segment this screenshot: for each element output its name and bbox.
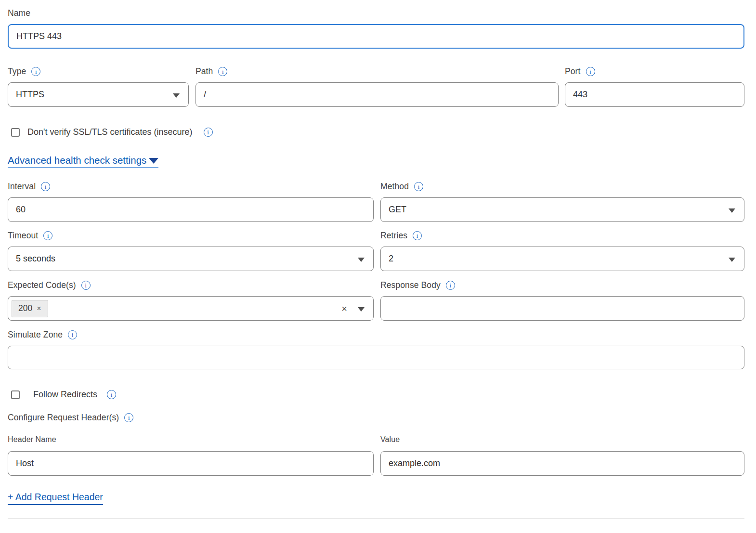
path-label: Path [196,66,213,77]
interval-label: Interval [8,182,36,192]
timeout-select-value: 5 seconds [16,254,55,264]
timeout-select[interactable]: 5 seconds [8,247,374,271]
response-body-label: Response Body [380,280,441,290]
type-label: Type [8,66,26,77]
port-input[interactable] [565,82,744,107]
request-header-row [8,451,744,476]
path-input[interactable] [196,82,559,107]
chevron-down-icon[interactable] [358,307,365,312]
verify-ssl-info-icon[interactable] [204,128,213,137]
port-info-icon[interactable] [586,67,595,76]
header-value-label: Value [380,435,400,444]
expected-code-tag-label: 200 [18,303,32,313]
timeout-label-row: Timeout [8,231,374,241]
name-label: Name [8,8,30,18]
type-label-row: Type [8,66,196,77]
port-label: Port [565,66,581,77]
timeout-info-icon[interactable] [43,231,52,240]
clear-all-icon[interactable] [341,304,347,313]
interval-label-row: Interval [8,182,374,192]
request-headers-section-label: Configure Request Header(s) [8,413,119,423]
section-divider [8,519,744,519]
name-label-row: Name [8,8,744,18]
retries-select-value: 2 [389,254,393,264]
chevron-down-icon [173,93,180,98]
remove-tag-icon[interactable] [37,304,41,313]
add-request-header-link[interactable]: + Add Request Header [8,492,103,505]
retries-select[interactable]: 2 [380,247,744,271]
type-select-value: HTTPS [16,90,44,100]
request-headers-section-label-row: Configure Request Header(s) [8,413,744,423]
method-select[interactable]: GET [380,197,744,222]
retries-label-row: Retries [380,231,744,241]
verify-ssl-label: Don't verify SSL/TLS certificates (insec… [27,127,193,137]
type-path-port-labels: Type Path Port [8,66,744,82]
follow-redirects-info-icon[interactable] [107,390,116,399]
header-value-label-row: Value [380,435,744,444]
retries-label: Retries [380,231,407,241]
header-name-label-row: Header Name [8,435,374,444]
type-info-icon[interactable] [31,67,40,76]
chevron-down-icon [358,258,365,262]
chevron-down-icon [729,208,735,213]
path-label-row: Path [196,66,565,77]
header-name-input[interactable] [8,451,374,476]
header-name-label: Header Name [8,435,56,444]
follow-redirects-checkbox[interactable] [11,390,20,399]
interval-info-icon[interactable] [41,182,50,191]
chevron-down-icon [729,258,735,262]
retries-info-icon[interactable] [413,231,422,240]
interval-input[interactable] [8,197,374,222]
method-label: Method [380,182,409,192]
response-body-label-row: Response Body [380,280,744,290]
health-check-form: Name Type Path Port HTTPS Don't verify S… [8,0,744,519]
expected-codes-label-row: Expected Code(s) [8,280,374,290]
expected-codes-info-icon[interactable] [81,281,91,290]
verify-ssl-row: Don't verify SSL/TLS certificates (insec… [8,127,744,137]
method-info-icon[interactable] [414,182,423,191]
response-body-input[interactable] [380,296,744,321]
follow-redirects-label: Follow Redirects [33,390,97,400]
method-select-value: GET [389,205,406,215]
simulate-zone-label-row: Simulate Zone [8,330,744,340]
header-value-input[interactable] [380,451,744,476]
expected-code-tag: 200 [12,300,48,317]
simulate-zone-info-icon[interactable] [68,330,77,339]
port-label-row: Port [565,66,595,77]
simulate-zone-input[interactable] [8,346,744,369]
type-path-port-fields: HTTPS [8,82,744,107]
expected-codes-multiselect[interactable]: 200 [8,296,374,321]
timeout-label: Timeout [8,231,38,241]
expected-codes-label: Expected Code(s) [8,280,76,290]
add-request-header-link-label: + Add Request Header [8,492,103,502]
path-info-icon[interactable] [218,67,227,76]
verify-ssl-checkbox[interactable] [11,128,20,137]
advanced-settings-link-label: Advanced health check settings [8,155,146,166]
simulate-zone-label: Simulate Zone [8,330,63,340]
follow-redirects-row: Follow Redirects [8,390,744,400]
name-input[interactable] [8,24,744,49]
type-select[interactable]: HTTPS [8,82,189,107]
method-label-row: Method [380,182,744,192]
advanced-settings-link[interactable]: Advanced health check settings [8,155,158,168]
response-body-info-icon[interactable] [446,281,455,290]
request-headers-info-icon[interactable] [124,413,133,422]
triangle-down-icon [149,158,158,164]
